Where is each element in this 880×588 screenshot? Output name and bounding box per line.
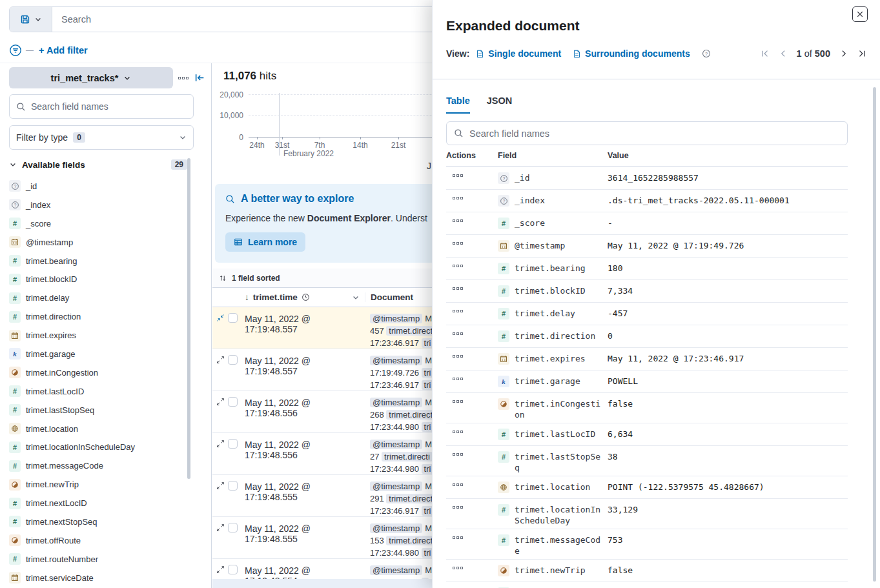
field-list-item[interactable]: #trimet.bearing <box>9 252 183 270</box>
first-page-button[interactable] <box>761 49 770 58</box>
field-actions-buttons[interactable] <box>446 330 498 335</box>
field-name-pill: @timestamp <box>370 398 422 407</box>
field-actions-buttons[interactable] <box>446 398 498 403</box>
document-field-row: trimet.inCongestionfalse <box>446 393 848 423</box>
field-list-item[interactable]: trimet.offRoute <box>9 531 183 550</box>
globe-icon <box>9 423 21 434</box>
number-field-icon: # <box>9 553 21 565</box>
row-checkbox[interactable] <box>228 355 238 365</box>
field-actions-buttons[interactable] <box>446 285 498 290</box>
field-actions-buttons[interactable] <box>446 308 498 312</box>
number-field-icon: # <box>498 330 509 342</box>
globe-icon <box>498 482 509 493</box>
filter-by-type-select[interactable]: Filter by type 0 <box>9 125 194 150</box>
field-list-item[interactable]: ?_id <box>9 177 183 196</box>
row-checkbox[interactable] <box>228 565 238 574</box>
field-actions-buttons[interactable] <box>446 429 498 433</box>
field-list-item[interactable]: @timestamp <box>9 233 183 252</box>
expand-document-icon[interactable] <box>212 475 228 516</box>
keyword-field-icon: k <box>9 348 21 360</box>
sidebar-scrollbar[interactable] <box>187 158 190 479</box>
field-list-item[interactable]: trimet.location <box>9 420 183 438</box>
field-actions-buttons[interactable] <box>446 534 498 539</box>
field-list-item[interactable]: trimet.expires <box>9 326 183 345</box>
row-checkbox[interactable] <box>228 313 238 323</box>
field-list-item[interactable]: #trimet.messageCode <box>9 456 183 475</box>
number-field-icon: # <box>498 263 509 274</box>
field-actions-buttons[interactable] <box>446 263 498 267</box>
expand-document-icon[interactable] <box>212 517 228 558</box>
number-field-icon: # <box>9 441 21 453</box>
field-list-item[interactable]: #trimet.nextLocID <box>9 494 183 512</box>
surrounding-documents-link[interactable]: Surrounding documents <box>573 48 690 59</box>
field-actions-buttons[interactable] <box>446 172 498 177</box>
previous-page-button[interactable] <box>779 49 788 58</box>
filter-options-icon[interactable] <box>9 44 22 57</box>
flyout-scrollbar[interactable] <box>873 87 876 582</box>
field-actions-buttons[interactable] <box>446 240 498 245</box>
field-search-input[interactable]: Search field names <box>9 94 194 119</box>
row-checkbox[interactable] <box>228 397 238 407</box>
field-list-item[interactable]: #trimet.direction <box>9 307 183 326</box>
close-flyout-button[interactable] <box>852 6 868 22</box>
field-actions-buttons[interactable] <box>446 218 498 222</box>
next-page-button[interactable] <box>839 49 848 58</box>
tab-table[interactable]: Table <box>446 96 470 114</box>
x-axis-tick <box>257 137 258 139</box>
clipped-axis-label: J <box>427 161 431 171</box>
field-value-text: 17:19:49.726 <box>370 368 422 378</box>
filter-by-type-count-badge: 0 <box>73 132 85 143</box>
collapse-document-icon[interactable] <box>212 307 228 349</box>
field-value: POWELL <box>608 376 848 387</box>
field-list-item[interactable]: trimet.inCongestion <box>9 363 183 382</box>
x-axis-tick <box>398 137 399 139</box>
expand-document-icon[interactable] <box>212 391 228 432</box>
flyout-field-search-input[interactable]: Search field names <box>446 121 848 145</box>
expand-document-icon[interactable] <box>212 433 228 474</box>
field-actions-buttons[interactable] <box>446 565 498 569</box>
field-actions-buttons[interactable] <box>446 195 498 199</box>
field-value-text: 457 <box>370 326 386 336</box>
field-list-item[interactable]: #trimet.delay <box>9 289 183 307</box>
search-icon <box>454 128 464 138</box>
field-list-item[interactable]: ?_index <box>9 196 183 214</box>
field-list-item[interactable]: #_score <box>9 214 183 233</box>
field-name: trimet.lastLocID <box>26 387 84 396</box>
available-fields-header[interactable]: Available fields 29 <box>9 157 187 172</box>
field-value-text: 17:23:46.917 <box>370 380 422 390</box>
field-list-item[interactable]: #trimet.locationInScheduleDay <box>9 438 183 456</box>
learn-more-button[interactable]: Learn more <box>225 232 305 252</box>
index-pattern-selector[interactable]: tri_met_tracks* <box>9 67 173 88</box>
field-actions-buttons[interactable] <box>446 504 498 509</box>
row-checkbox[interactable] <box>228 481 238 491</box>
document-field-row: #trimet.lastLocID6,634 <box>446 423 848 446</box>
number-field-icon: # <box>9 218 21 229</box>
field-actions-buttons[interactable] <box>446 376 498 380</box>
field-list-item[interactable]: #trimet.nextStopSeq <box>9 512 183 531</box>
field-actions-buttons[interactable] <box>446 451 498 456</box>
field-list-item[interactable]: #trimet.blockID <box>9 270 183 289</box>
field-list-item[interactable]: trimet.newTrip <box>9 475 183 494</box>
last-page-button[interactable] <box>857 49 866 58</box>
collapse-sidebar-icon[interactable] <box>194 72 205 83</box>
tab-json[interactable]: JSON <box>487 96 513 114</box>
index-pattern-options-icon[interactable] <box>178 77 189 79</box>
chevron-down-icon <box>123 74 131 82</box>
field-actions-buttons[interactable] <box>446 482 498 486</box>
field-name-pill: trimet.direct <box>386 536 435 545</box>
single-document-link[interactable]: Single document <box>476 48 561 59</box>
add-filter-button[interactable]: + Add filter <box>39 45 88 56</box>
field-actions-buttons[interactable] <box>446 353 498 358</box>
row-checkbox[interactable] <box>228 523 238 532</box>
help-icon[interactable]: ? <box>702 49 711 58</box>
field-list-item[interactable]: #trimet.lastLocID <box>9 382 183 401</box>
row-checkbox[interactable] <box>228 439 238 449</box>
number-field-icon: # <box>498 429 509 440</box>
field-list-item[interactable]: #trimet.lastStopSeq <box>9 401 183 420</box>
field-list-item[interactable]: #trimet.routeNumber <box>9 550 183 569</box>
time-column-header[interactable]: ↓ trimet.time <box>243 292 365 302</box>
expand-document-icon[interactable] <box>212 349 228 390</box>
field-list-item[interactable]: ktrimet.garage <box>9 345 183 363</box>
saved-query-menu-button[interactable] <box>10 7 52 32</box>
field-list-item[interactable]: trimet.serviceDate <box>9 569 183 587</box>
